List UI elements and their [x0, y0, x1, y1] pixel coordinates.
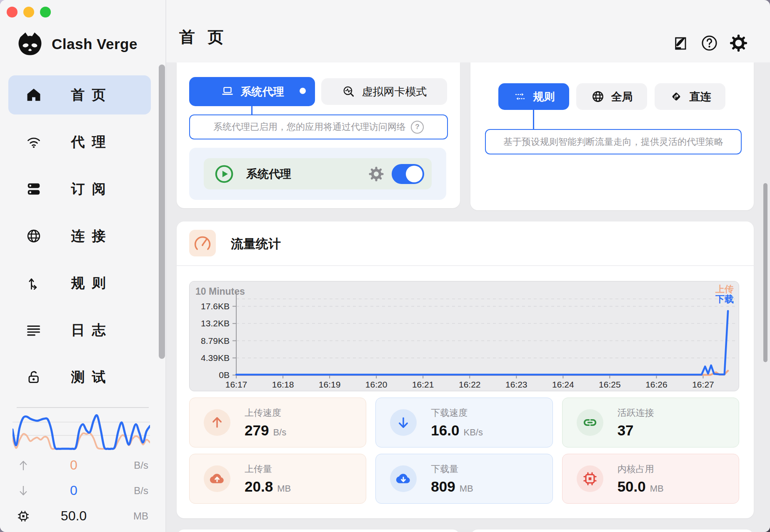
mode-info-connector: [533, 110, 534, 129]
rule-mode-button[interactable]: 规则: [498, 83, 569, 110]
traffic-stats-card: 流量统计 0B4.39KB8.79KB13.2KB17.6KB16:1716:1…: [177, 221, 754, 518]
sidebar-memory-unit: MB: [118, 510, 148, 522]
sidebar-item-label: 代 理: [42, 133, 137, 152]
sidebar-item-proxies[interactable]: 代 理: [8, 122, 151, 162]
sidebar: Clash Verge 首 页 代 理 订 阅: [0, 0, 165, 532]
system-proxy-row: 系统代理: [204, 158, 432, 189]
sidebar-item-test[interactable]: 测 试: [8, 358, 151, 397]
toggle-knob: [406, 166, 422, 182]
zoom-window-button[interactable]: [40, 7, 51, 17]
sign-document-icon[interactable]: [671, 34, 689, 52]
system-proxy-mode-button[interactable]: 系统代理: [189, 77, 315, 106]
sidebar-item-rules[interactable]: 规 则: [8, 264, 151, 303]
global-mode-label: 全局: [611, 89, 633, 104]
core-memory-tile: 内核占用 50.0MB: [562, 454, 739, 504]
download-speed-row: 0 B/s: [17, 480, 148, 501]
rule-mode-label: 规则: [533, 89, 555, 104]
rules-fork-icon: [26, 275, 42, 291]
app-brand: Clash Verge: [17, 31, 138, 57]
upload-total-tile: 上传量 20.8MB: [189, 454, 366, 504]
svg-text:17.6KB: 17.6KB: [201, 301, 230, 311]
download-speed-tile: 下载速度 16.0KB/s: [375, 398, 552, 447]
tile-value: 37: [618, 422, 634, 438]
svg-text:16:26: 16:26: [645, 380, 668, 389]
sidebar-scrollbar[interactable]: [159, 65, 165, 359]
sidebar-item-label: 订 阅: [42, 180, 137, 199]
link-icon: [582, 414, 598, 431]
tile-value: 809: [431, 478, 455, 495]
sidebar-download-value: 0: [30, 483, 118, 498]
svg-text:4.39KB: 4.39KB: [201, 353, 230, 363]
tile-value: 279: [245, 422, 269, 438]
tile-value: 20.8: [245, 478, 273, 495]
arrow-up-icon: [17, 459, 30, 472]
system-proxy-toggle[interactable]: [392, 164, 424, 184]
traffic-tiles-grid: 上传速度 279B/s 下载速度 16.0KB/s 活跃连接 37: [189, 398, 739, 504]
cloud-upload-icon: [209, 470, 225, 487]
sidebar-upload-value: 0: [30, 457, 118, 473]
svg-text:16:24: 16:24: [552, 380, 574, 389]
next-card-preview-left: [177, 530, 460, 532]
traffic-stats-icon-badge: [189, 230, 216, 256]
laptop-icon: [220, 85, 235, 99]
svg-text:16:25: 16:25: [599, 380, 621, 389]
svg-text:16:22: 16:22: [459, 380, 481, 389]
upload-speed-tile: 上传速度 279B/s: [189, 398, 366, 447]
sidebar-item-connections[interactable]: 连 接: [8, 216, 151, 256]
svg-text:16:21: 16:21: [412, 380, 434, 389]
svg-text:16:23: 16:23: [505, 380, 528, 389]
play-status-icon: [214, 164, 235, 184]
main-scrollbar[interactable]: [763, 183, 768, 362]
active-connections-tile: 活跃连接 37: [562, 398, 739, 447]
header-actions: [671, 34, 748, 52]
window-controls: [7, 7, 51, 17]
proxy-info-help-icon[interactable]: ?: [411, 121, 424, 134]
settings-gear-icon[interactable]: [730, 34, 748, 52]
svg-text:16:20: 16:20: [365, 380, 388, 389]
tile-label: 下载量: [431, 463, 473, 475]
minimize-window-button[interactable]: [23, 7, 34, 17]
direct-icon: [669, 89, 683, 104]
proxy-info-text: 系统代理已启用，您的应用将通过代理访问网络: [213, 121, 406, 133]
close-window-button[interactable]: [7, 7, 18, 17]
proxy-info-box: 系统代理已启用，您的应用将通过代理访问网络 ?: [189, 114, 448, 139]
proxy-settings-gear-icon[interactable]: [368, 166, 384, 182]
svg-text:下载: 下载: [715, 294, 734, 304]
svg-text:16:18: 16:18: [272, 380, 294, 389]
tun-mode-button[interactable]: 虚拟网卡模式: [321, 78, 447, 105]
global-mode-button[interactable]: 全局: [576, 83, 647, 110]
memory-row: 50.0 MB: [17, 505, 148, 527]
system-proxy-button-label: 系统代理: [241, 85, 284, 99]
svg-text:0B: 0B: [219, 370, 230, 380]
svg-text:8.79KB: 8.79KB: [201, 336, 230, 346]
tile-unit: MB: [460, 483, 473, 494]
mode-info-box: 基于预设规则智能判断流量走向，提供灵活的代理策略: [485, 129, 742, 154]
download-total-tile: 下载量 809MB: [375, 454, 552, 504]
svg-text:16:27: 16:27: [692, 380, 714, 389]
globe-icon: [26, 228, 42, 244]
help-icon[interactable]: [700, 34, 718, 52]
proxy-mode-card: 规则 全局 直连 基: [470, 62, 754, 210]
proxy-active-dot: [300, 88, 306, 94]
sidebar-item-home[interactable]: 首 页: [8, 75, 151, 114]
clash-verge-window: Clash Verge 首 页 代 理 订 阅: [0, 0, 770, 532]
svg-text:13.2KB: 13.2KB: [201, 318, 230, 328]
traffic-card-divider: [177, 265, 754, 266]
tile-label: 上传量: [245, 463, 291, 475]
sidebar-item-profiles[interactable]: 订 阅: [8, 169, 151, 209]
tile-value: 16.0: [431, 422, 459, 438]
tile-label: 内核占用: [618, 463, 664, 475]
sidebar-item-label: 规 则: [42, 274, 137, 293]
cpu-icon: [582, 470, 598, 487]
sidebar-item-label: 连 接: [42, 227, 137, 246]
tile-unit: MB: [650, 483, 664, 494]
wifi-icon: [26, 134, 42, 150]
sidebar-upload-unit: B/s: [118, 460, 148, 471]
sidebar-item-label: 测 试: [42, 368, 137, 387]
sidebar-nav: 首 页 代 理 订 阅 连 接: [8, 75, 151, 397]
cpu-icon: [17, 510, 30, 523]
svg-text:10 Minutes: 10 Minutes: [195, 286, 245, 297]
direct-mode-button[interactable]: 直连: [655, 83, 725, 110]
sidebar-item-logs[interactable]: 日 志: [8, 311, 151, 350]
page-title: 首 页: [179, 27, 228, 48]
